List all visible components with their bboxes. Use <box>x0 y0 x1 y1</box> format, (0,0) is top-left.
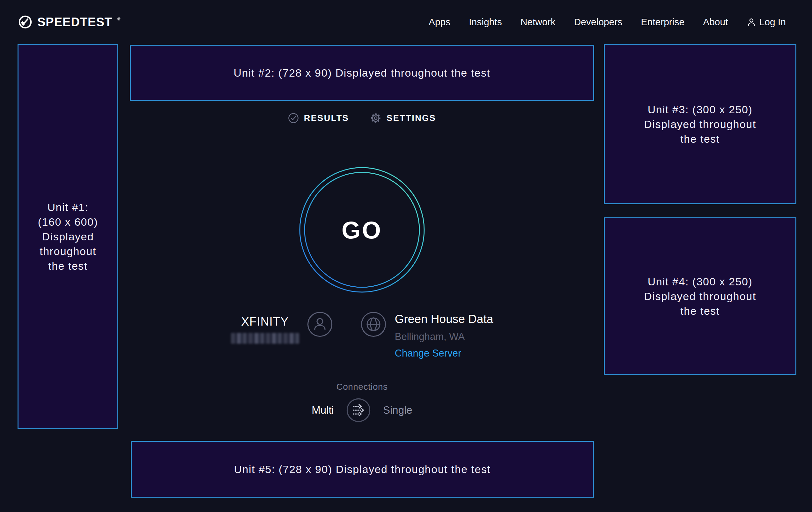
server-location: Bellingham, WA <box>395 331 493 343</box>
tab-settings-label: SETTINGS <box>386 113 436 123</box>
user-icon <box>747 17 756 27</box>
server-block: Green House Data Bellingham, WA Change S… <box>360 311 493 359</box>
connections-single-label[interactable]: Single <box>383 404 412 416</box>
change-server-link[interactable]: Change Server <box>395 348 493 359</box>
tab-settings[interactable]: SETTINGS <box>370 112 436 124</box>
connection-info-row: XFINITY Green House Data Bellingham, WA … <box>130 311 594 359</box>
ad-unit-1-line: Unit #1: <box>47 200 88 215</box>
avatar-icon <box>307 311 333 338</box>
top-nav: SPEEDTEST ® Apps Insights Network Develo… <box>0 0 812 44</box>
ad-unit-1-line: Displayed <box>42 229 94 244</box>
server-name: Green House Data <box>395 313 493 326</box>
gear-icon <box>370 112 381 124</box>
speedometer-icon <box>18 15 33 30</box>
speedtest-logo[interactable]: SPEEDTEST ® <box>18 15 120 30</box>
ad-unit-5-text: Unit #5: (728 x 90) Displayed throughout… <box>234 462 491 477</box>
isp-text: XFINITY <box>231 311 299 344</box>
isp-details-redacted <box>231 333 299 344</box>
nav-menu: Apps Insights Network Developers Enterpr… <box>429 17 786 27</box>
nav-item-apps[interactable]: Apps <box>429 17 450 27</box>
ad-unit-2-text: Unit #2: (728 x 90) Displayed throughout… <box>234 65 491 80</box>
login-label: Log In <box>759 17 786 27</box>
nav-item-about[interactable]: About <box>703 17 728 27</box>
tab-results-label: RESULTS <box>304 113 349 123</box>
globe-icon <box>360 311 386 338</box>
nav-item-insights[interactable]: Insights <box>469 17 502 27</box>
ad-unit-4-line: Displayed throughout <box>644 289 756 303</box>
trademark-symbol: ® <box>117 17 121 21</box>
connections-multi-label[interactable]: Multi <box>312 404 334 416</box>
ad-unit-3-line: the test <box>680 132 720 146</box>
ad-unit-4-line: Unit #4: (300 x 250) <box>648 274 753 289</box>
logo-wordmark: SPEEDTEST <box>37 15 112 29</box>
ad-unit-4[interactable]: Unit #4: (300 x 250) Displayed throughou… <box>604 217 796 375</box>
ad-unit-5[interactable]: Unit #5: (728 x 90) Displayed throughout… <box>131 441 594 497</box>
nav-item-developers[interactable]: Developers <box>574 17 622 27</box>
ad-unit-3-line: Unit #3: (300 x 250) <box>648 102 753 117</box>
ad-unit-1-line: the test <box>48 259 88 273</box>
isp-name: XFINITY <box>241 315 289 328</box>
connections-label: Connections <box>130 382 594 392</box>
ad-unit-3-line: Displayed throughout <box>644 117 756 132</box>
go-button[interactable]: GO <box>299 167 425 293</box>
go-label: GO <box>299 167 425 293</box>
nav-item-enterprise[interactable]: Enterprise <box>641 17 685 27</box>
ad-unit-1-line: throughout <box>39 244 96 259</box>
ad-unit-1[interactable]: Unit #1: (160 x 600) Displayed throughou… <box>18 44 118 429</box>
server-text: Green House Data Bellingham, WA Change S… <box>395 311 493 359</box>
connections-toggle-row: Multi Single <box>130 398 594 423</box>
tab-results[interactable]: RESULTS <box>288 113 349 124</box>
go-button-area: GO <box>130 167 594 293</box>
ad-unit-3[interactable]: Unit #3: (300 x 250) Displayed throughou… <box>604 44 796 204</box>
results-settings-tabs: RESULTS SETTINGS <box>130 112 594 124</box>
ad-unit-4-line: the test <box>680 303 720 318</box>
check-circle-icon <box>288 113 299 124</box>
connections-toggle[interactable] <box>346 398 371 423</box>
login-button[interactable]: Log In <box>747 17 786 27</box>
nav-item-network[interactable]: Network <box>521 17 556 27</box>
ad-unit-2[interactable]: Unit #2: (728 x 90) Displayed throughout… <box>130 45 594 101</box>
multi-connection-arrows-icon <box>346 398 371 423</box>
ad-unit-1-line: (160 x 600) <box>38 215 98 229</box>
isp-block: XFINITY <box>231 311 333 344</box>
